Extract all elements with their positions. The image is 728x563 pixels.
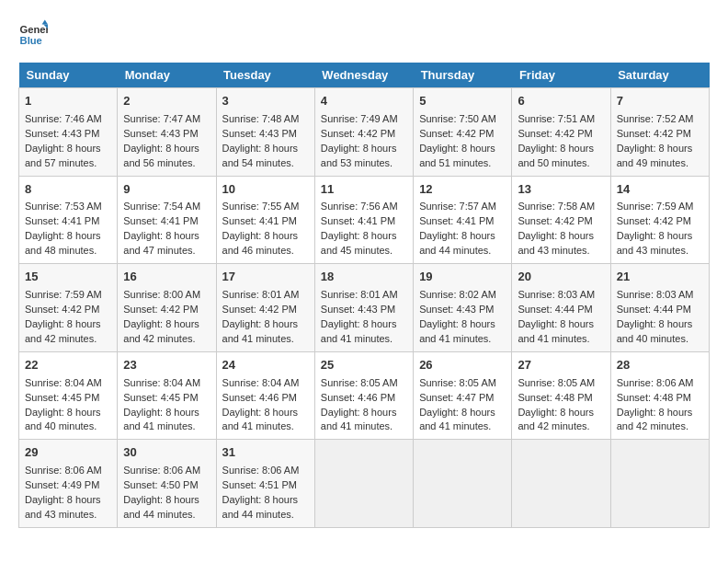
sunrise-text: Sunrise: 8:00 AM bbox=[123, 289, 200, 300]
page-header: General Blue bbox=[18, 18, 710, 48]
svg-text:General: General bbox=[20, 24, 48, 35]
sunrise-text: Sunrise: 8:06 AM bbox=[25, 465, 102, 476]
column-header-sunday: Sunday bbox=[19, 63, 118, 88]
sunset-text: Sunset: 4:42 PM bbox=[518, 128, 592, 139]
svg-text:Blue: Blue bbox=[20, 35, 42, 46]
calendar-day-cell: 3Sunrise: 7:48 AMSunset: 4:43 PMDaylight… bbox=[216, 88, 314, 177]
calendar-day-cell: 18Sunrise: 8:01 AMSunset: 4:43 PMDayligh… bbox=[314, 264, 413, 352]
daylight-text: Daylight: 8 hours and 40 minutes. bbox=[25, 407, 101, 432]
sunset-text: Sunset: 4:48 PM bbox=[518, 392, 592, 403]
day-number: 18 bbox=[321, 269, 407, 286]
daylight-text: Daylight: 8 hours and 41 minutes. bbox=[419, 407, 495, 432]
sunrise-text: Sunrise: 7:59 AM bbox=[617, 201, 694, 212]
calendar-day-cell: 11Sunrise: 7:56 AMSunset: 4:41 PMDayligh… bbox=[314, 176, 413, 264]
calendar-day-cell: 28Sunrise: 8:06 AMSunset: 4:48 PMDayligh… bbox=[610, 351, 709, 440]
day-number: 2 bbox=[123, 93, 210, 110]
calendar-day-cell: 19Sunrise: 8:02 AMSunset: 4:43 PMDayligh… bbox=[414, 264, 512, 352]
day-number: 31 bbox=[222, 444, 309, 462]
column-header-tuesday: Tuesday bbox=[216, 63, 314, 88]
daylight-text: Daylight: 8 hours and 41 minutes. bbox=[123, 407, 199, 432]
daylight-text: Daylight: 8 hours and 53 minutes. bbox=[321, 143, 397, 168]
sunrise-text: Sunrise: 7:56 AM bbox=[321, 201, 398, 212]
sunrise-text: Sunrise: 8:06 AM bbox=[222, 465, 300, 476]
daylight-text: Daylight: 8 hours and 41 minutes. bbox=[518, 318, 594, 344]
sunset-text: Sunset: 4:42 PM bbox=[617, 215, 691, 226]
calendar-day-cell: 30Sunrise: 8:06 AMSunset: 4:50 PMDayligh… bbox=[118, 440, 216, 528]
day-number: 5 bbox=[419, 93, 506, 110]
sunset-text: Sunset: 4:51 PM bbox=[222, 479, 297, 490]
calendar-day-cell: 4Sunrise: 7:49 AMSunset: 4:42 PMDaylight… bbox=[314, 88, 413, 177]
daylight-text: Daylight: 8 hours and 43 minutes. bbox=[617, 230, 693, 256]
calendar-day-cell: 23Sunrise: 8:04 AMSunset: 4:45 PMDayligh… bbox=[118, 351, 216, 440]
day-number: 26 bbox=[419, 357, 506, 374]
sunrise-text: Sunrise: 8:06 AM bbox=[123, 465, 200, 476]
calendar-day-cell: 1Sunrise: 7:46 AMSunset: 4:43 PMDaylight… bbox=[19, 88, 118, 177]
sunset-text: Sunset: 4:43 PM bbox=[419, 304, 494, 315]
daylight-text: Daylight: 8 hours and 48 minutes. bbox=[25, 230, 101, 256]
logo-icon: General Blue bbox=[18, 18, 48, 48]
sunset-text: Sunset: 4:41 PM bbox=[25, 215, 99, 226]
day-number: 12 bbox=[419, 181, 506, 199]
calendar-day-cell: 17Sunrise: 8:01 AMSunset: 4:42 PMDayligh… bbox=[216, 264, 314, 352]
sunrise-text: Sunrise: 8:03 AM bbox=[617, 289, 694, 300]
calendar-day-cell: 10Sunrise: 7:55 AMSunset: 4:41 PMDayligh… bbox=[216, 176, 314, 264]
daylight-text: Daylight: 8 hours and 50 minutes. bbox=[518, 143, 594, 168]
sunset-text: Sunset: 4:42 PM bbox=[617, 128, 691, 139]
daylight-text: Daylight: 8 hours and 57 minutes. bbox=[25, 143, 101, 168]
daylight-text: Daylight: 8 hours and 41 minutes. bbox=[321, 318, 397, 344]
daylight-text: Daylight: 8 hours and 42 minutes. bbox=[123, 318, 199, 344]
sunset-text: Sunset: 4:42 PM bbox=[321, 128, 395, 139]
calendar-day-cell: 29Sunrise: 8:06 AMSunset: 4:49 PMDayligh… bbox=[19, 440, 118, 528]
daylight-text: Daylight: 8 hours and 51 minutes. bbox=[419, 143, 495, 168]
daylight-text: Daylight: 8 hours and 44 minutes. bbox=[222, 494, 299, 520]
daylight-text: Daylight: 8 hours and 41 minutes. bbox=[222, 318, 299, 344]
day-number: 23 bbox=[123, 357, 210, 374]
day-number: 13 bbox=[518, 181, 604, 199]
sunset-text: Sunset: 4:43 PM bbox=[222, 128, 297, 139]
calendar-day-cell: 7Sunrise: 7:52 AMSunset: 4:42 PMDaylight… bbox=[610, 88, 709, 177]
calendar-day-cell: 25Sunrise: 8:05 AMSunset: 4:46 PMDayligh… bbox=[314, 351, 413, 440]
calendar-day-cell: 24Sunrise: 8:04 AMSunset: 4:46 PMDayligh… bbox=[216, 351, 314, 440]
calendar-day-cell: 27Sunrise: 8:05 AMSunset: 4:48 PMDayligh… bbox=[512, 351, 610, 440]
day-number: 8 bbox=[25, 181, 111, 199]
day-number: 10 bbox=[222, 181, 309, 199]
daylight-text: Daylight: 8 hours and 49 minutes. bbox=[617, 143, 693, 168]
calendar-day-cell bbox=[610, 440, 709, 528]
daylight-text: Daylight: 8 hours and 43 minutes. bbox=[25, 494, 101, 520]
day-number: 1 bbox=[25, 93, 111, 110]
daylight-text: Daylight: 8 hours and 41 minutes. bbox=[419, 318, 495, 344]
sunset-text: Sunset: 4:41 PM bbox=[419, 215, 494, 226]
sunset-text: Sunset: 4:45 PM bbox=[25, 392, 99, 403]
sunset-text: Sunset: 4:42 PM bbox=[419, 128, 494, 139]
sunrise-text: Sunrise: 7:53 AM bbox=[25, 201, 102, 212]
sunrise-text: Sunrise: 8:02 AM bbox=[419, 289, 496, 300]
column-header-saturday: Saturday bbox=[610, 63, 709, 88]
day-number: 20 bbox=[518, 269, 604, 286]
sunrise-text: Sunrise: 7:57 AM bbox=[419, 201, 496, 212]
daylight-text: Daylight: 8 hours and 46 minutes. bbox=[222, 230, 299, 256]
sunrise-text: Sunrise: 7:59 AM bbox=[25, 289, 102, 300]
sunset-text: Sunset: 4:47 PM bbox=[419, 392, 494, 403]
day-number: 21 bbox=[617, 269, 703, 286]
day-number: 14 bbox=[617, 181, 703, 199]
day-number: 11 bbox=[321, 181, 407, 199]
sunrise-text: Sunrise: 8:01 AM bbox=[222, 289, 300, 300]
daylight-text: Daylight: 8 hours and 41 minutes. bbox=[222, 407, 299, 432]
day-number: 22 bbox=[25, 357, 111, 374]
sunset-text: Sunset: 4:41 PM bbox=[123, 215, 198, 226]
sunrise-text: Sunrise: 7:49 AM bbox=[321, 113, 398, 124]
calendar-day-cell bbox=[414, 440, 512, 528]
sunset-text: Sunset: 4:42 PM bbox=[123, 304, 198, 315]
sunrise-text: Sunrise: 7:55 AM bbox=[222, 201, 300, 212]
sunset-text: Sunset: 4:44 PM bbox=[617, 304, 691, 315]
sunset-text: Sunset: 4:41 PM bbox=[222, 215, 297, 226]
daylight-text: Daylight: 8 hours and 43 minutes. bbox=[518, 230, 594, 256]
calendar-table: SundayMondayTuesdayWednesdayThursdayFrid… bbox=[18, 63, 710, 528]
calendar-day-cell: 9Sunrise: 7:54 AMSunset: 4:41 PMDaylight… bbox=[118, 176, 216, 264]
daylight-text: Daylight: 8 hours and 40 minutes. bbox=[617, 318, 693, 344]
sunrise-text: Sunrise: 8:01 AM bbox=[321, 289, 398, 300]
sunset-text: Sunset: 4:42 PM bbox=[518, 215, 592, 226]
sunset-text: Sunset: 4:41 PM bbox=[321, 215, 395, 226]
sunrise-text: Sunrise: 8:05 AM bbox=[419, 377, 496, 388]
sunset-text: Sunset: 4:44 PM bbox=[518, 304, 592, 315]
